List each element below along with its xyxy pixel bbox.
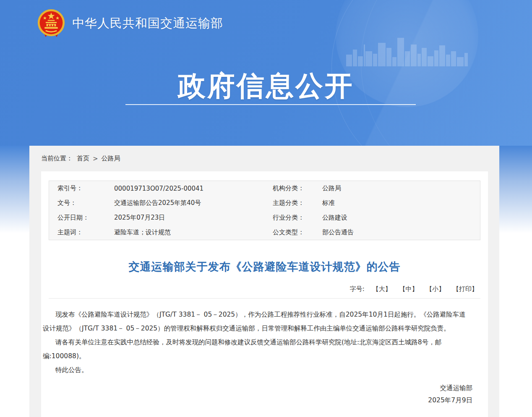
breadcrumb-current[interactable]: 公路局 [102, 155, 120, 163]
font-size-controls: 字号: 【大】 【中】 【小】 【打印】 [42, 285, 487, 293]
meta-label: 机构分类： [264, 184, 322, 192]
breadcrumb-separator: > [93, 155, 98, 163]
closing-line: 特此公告。 [43, 363, 470, 377]
decor-circle [336, 0, 478, 107]
signature: 交通运输部 [42, 384, 472, 393]
paragraph: 现发布《公路避险车道设计规范》（JTG/T 3381－ 05－2025），作为公… [43, 308, 470, 336]
brand-home-link[interactable]: 中华人民共和国交通运输部 [37, 8, 223, 39]
font-size-medium-button[interactable]: 【中】 [399, 285, 418, 293]
meta-value: 部公告通告 [322, 228, 480, 236]
meta-row: 文号： 交通运输部公告2025年第40号 主题分类： 标准 [49, 196, 480, 210]
main-container: 当前位置： 首页 > 公路局 索引号： 000019713O07/2025-00… [29, 146, 499, 417]
meta-label: 索引号： [49, 184, 114, 192]
meta-value: 避险车道；设计规范 [114, 228, 264, 236]
content-panel: 索引号： 000019713O07/2025-00041 机构分类： 公路局 文… [41, 171, 488, 417]
meta-row: 公开日期： 2025年07月23日 行业分类： 公路建设 [49, 210, 480, 225]
paragraph: 请各有关单位注意在实践中总结经验，及时将发现的问题和修改建议反馈交通运输部公路科… [43, 336, 470, 363]
site-name: 中华人民共和国交通运输部 [72, 15, 223, 32]
breadcrumb: 当前位置： 首页 > 公路局 [29, 146, 499, 171]
meta-row: 主题词： 避险车道；设计规范 公文类型： 部公告通告 [49, 225, 480, 240]
page-title-underline [125, 104, 416, 105]
page-title: 政府信息公开 [0, 67, 532, 105]
publish-date: 2025年7月9日 [42, 396, 472, 405]
meta-row: 索引号： 000019713O07/2025-00041 机构分类： 公路局 [49, 181, 480, 196]
page: 中华人民共和国交通运输部 政府信息公开 当前位置： 首页 > 公路局 索引号： … [0, 0, 532, 417]
meta-value: 标准 [322, 199, 480, 207]
meta-value: 2025年07月23日 [114, 214, 264, 222]
content-divider [49, 298, 480, 299]
hero-banner: 中华人民共和国交通运输部 政府信息公开 [0, 0, 532, 146]
signature-block: 交通运输部 2025年7月9日 [42, 384, 472, 405]
metadata-table: 索引号： 000019713O07/2025-00041 机构分类： 公路局 文… [49, 181, 480, 240]
meta-label: 行业分类： [264, 214, 322, 222]
decor-ring [331, 0, 532, 146]
breadcrumb-label: 当前位置： [41, 155, 73, 163]
breadcrumb-link-home[interactable]: 首页 [77, 155, 89, 163]
meta-label: 公开日期： [49, 214, 114, 222]
font-size-small-button[interactable]: 【小】 [426, 285, 445, 293]
national-emblem-icon [37, 8, 65, 39]
print-button[interactable]: 【打印】 [453, 285, 478, 293]
city-skyline-decoration [346, 33, 468, 66]
meta-label: 公文类型： [264, 228, 322, 236]
meta-value: 公路局 [322, 184, 480, 192]
meta-label: 文号： [49, 199, 114, 207]
decor-ring [361, 0, 532, 146]
meta-label: 主题词： [49, 228, 114, 236]
meta-label: 主题分类： [264, 199, 322, 207]
article-title: 交通运输部关于发布《公路避险车道设计规范》的公告 [42, 260, 487, 274]
font-size-label: 字号: [350, 285, 365, 293]
meta-value: 交通运输部公告2025年第40号 [114, 199, 264, 207]
meta-value: 公路建设 [322, 214, 480, 222]
font-size-large-button[interactable]: 【大】 [373, 285, 391, 293]
meta-value: 000019713O07/2025-00041 [114, 185, 264, 192]
article-body: 现发布《公路避险车道设计规范》（JTG/T 3381－ 05－2025），作为公… [42, 308, 487, 377]
